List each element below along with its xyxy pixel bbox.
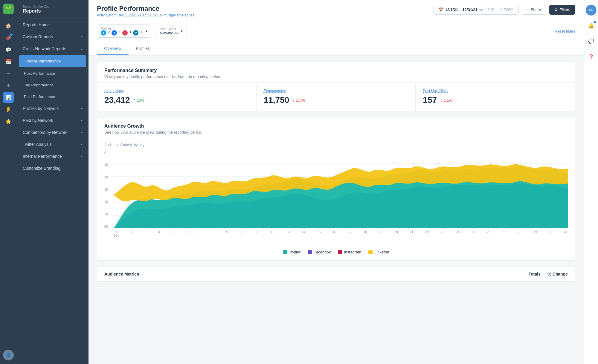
instagram-legend-color (338, 250, 342, 254)
publish-icon[interactable]: ✈ (3, 80, 14, 91)
sidebar-item-customize-branding[interactable]: Customize Branding (17, 162, 89, 174)
post-link-clicks-value: 157 ↘ 1.1% (423, 95, 568, 105)
facebook-profile-icon: f (112, 30, 117, 36)
calendar-icon[interactable]: 📅 (3, 56, 14, 67)
sidebar-item-paid-performance[interactable]: Paid Performance (17, 91, 89, 103)
chevron-down-icon: ▾ (81, 35, 83, 39)
instagram-profile-icon: i (122, 30, 128, 36)
legend-instagram: Instagram (338, 250, 361, 254)
sidebar-item-custom-reports[interactable]: Custom Reports ▾ (17, 31, 89, 43)
app-logo: 🌱 (3, 4, 14, 14)
chart-legend: Twitter Facebook Instagram LinkedIn (97, 246, 575, 260)
engagements-label[interactable]: Engagements (264, 89, 408, 93)
tabs-bar: Overview Profiles (97, 42, 575, 55)
perf-summary-header: Performance Summary View your key profil… (97, 62, 575, 82)
filters-button[interactable]: ⚙ Filters (549, 5, 575, 15)
audience-growth-card: Audience Growth See how your audience gr… (97, 117, 575, 261)
sidebar-item-twitter-analysis[interactable]: Twitter Analysis ▾ (17, 138, 89, 150)
title-block: Profile Performance Activity from Dec 1,… (97, 5, 195, 17)
header-actions: 📅 12/1/21 – 12/31/21 vs 11/1/21 – 11/30/… (434, 5, 575, 15)
chevron-down-icon: ▾ (81, 119, 83, 122)
filter-icon: ⚙ (554, 7, 558, 12)
linkedin-legend-color (368, 250, 373, 254)
alerts-badge (10, 33, 13, 36)
legend-facebook: Facebook (308, 250, 331, 254)
filters-row: Profiles t 2 f 1 i 1 in 1 ▾ Pos (97, 21, 575, 41)
right-panel: ✏ 🔔 💭 ❓ (584, 0, 598, 364)
tasks-icon[interactable]: ☰ (3, 68, 14, 79)
audience-metrics-card: Audience Metrics Totals % Change (97, 267, 575, 282)
post-link-clicks-metric: Post Link Clicks 157 ↘ 1.1% (416, 83, 575, 111)
sidebar-item-tag-performance[interactable]: Tag Performance (17, 79, 89, 91)
impressions-metric: Impressions 23,412 ↗ 10% (97, 83, 257, 111)
alerts-icon[interactable]: 📣 (3, 32, 14, 43)
impressions-label[interactable]: Impressions (104, 89, 249, 93)
performance-summary-card: Performance Summary View your key profil… (97, 62, 575, 111)
sidebar-header: Sprout Coffee Co. Reports (17, 0, 89, 19)
chevron-down-icon: ▾ (81, 143, 83, 146)
chevron-down-icon: ▾ (81, 155, 83, 158)
reports-icon[interactable]: 📊 (3, 92, 14, 103)
sidebar-item-cross-network[interactable]: Cross-Network Reports ▴ (17, 43, 89, 55)
sidebar: Sprout Coffee Co. Reports Reports Home C… (17, 0, 89, 364)
metrics-row: Impressions 23,412 ↗ 10% Engagements 11,… (97, 82, 575, 111)
share-icon: ↑ (527, 7, 529, 12)
sidebar-section-title: Reports (23, 8, 83, 14)
home-icon[interactable]: 🏠 (3, 20, 14, 31)
header-top: Profile Performance Activity from Dec 1,… (97, 5, 575, 17)
legend-linkedin: LinkedIn (368, 250, 389, 254)
sidebar-item-profiles-by-network[interactable]: Profiles by Network ▾ (17, 103, 89, 114)
chart-svg-wrap (113, 151, 568, 228)
chat-icon[interactable]: 💭 (586, 36, 597, 47)
post-types-filter[interactable]: Post Types Viewing All ▾ (156, 25, 187, 37)
engagements-metric: Engagements 11,750 ↘ 1.5% (257, 83, 416, 111)
y-axis: 60 50 40 30 20 10 0 (104, 151, 113, 228)
post-link-clicks-label[interactable]: Post Link Clicks (423, 89, 568, 93)
linkedin-profile-icon: in (133, 30, 138, 36)
main-content: Profile Performance Activity from Dec 1,… (89, 0, 584, 364)
audience-metrics-label: Audience Metrics (104, 272, 139, 276)
sidebar-item-paid-by-network[interactable]: Paid by Network ▾ (17, 114, 89, 126)
legend-twitter: Twitter (283, 250, 300, 254)
tab-overview[interactable]: Overview (97, 42, 129, 55)
sidebar-item-competitors-by-network[interactable]: Competitors by Network ▾ (17, 126, 89, 138)
page-subtitle: Activity from Dec 1, 2021 - Dec 31, 2021… (97, 13, 195, 17)
notification-badge (594, 21, 596, 23)
chart-y-label: Audience Gained, by day (104, 143, 568, 147)
sidebar-item-post-performance[interactable]: Post Performance (17, 68, 89, 79)
twitter-profile-icon: t (101, 30, 106, 36)
audience-subtitle: See how your audience grew during the re… (104, 130, 568, 134)
date-range-button[interactable]: 📅 12/1/21 – 12/31/21 vs 11/1/21 – 11/30/… (434, 5, 519, 15)
share-button[interactable]: ↑ Share (522, 5, 546, 15)
icon-rail: 🌱 🏠 📣 💬 📅 ☰ ✈ 📊 👂 ⭐ 👤 (0, 0, 17, 364)
sidebar-item-profile-performance[interactable]: Profile Performance (19, 55, 86, 67)
user-avatar[interactable]: 👤 (3, 350, 14, 360)
page-title: Profile Performance (97, 5, 195, 13)
x-axis: 1Dec 2 3 4 5 6 7 8 9 10 11 12 13 14 (113, 228, 568, 240)
content-area: Performance Summary View your key profil… (89, 56, 584, 294)
advocacy-icon[interactable]: ⭐ (3, 116, 14, 127)
messages-icon[interactable]: 💬 (3, 44, 14, 55)
chevron-up-icon: ▴ (81, 47, 83, 51)
reset-filters-button[interactable]: Reset filters (555, 29, 575, 33)
chevron-down-icon: ▾ (81, 107, 83, 110)
profile-network-icons: t 2 f 1 i 1 in 1 (101, 30, 143, 36)
profiles-chevron-icon: ▾ (145, 29, 147, 33)
chart-container: Audience Gained, by day 60 50 40 30 20 1… (97, 138, 575, 246)
audience-chart-svg (113, 151, 568, 228)
help-icon[interactable]: ❓ (586, 51, 597, 62)
sidebar-item-internal-performance[interactable]: Internal Performance ▾ (17, 150, 89, 162)
impressions-change: ↗ 10% (132, 98, 145, 103)
engagements-value: 11,750 ↘ 1.5% (264, 95, 408, 105)
profiles-filter[interactable]: Profiles t 2 f 1 i 1 in 1 ▾ (97, 25, 151, 38)
listening-icon[interactable]: 👂 (3, 104, 14, 115)
sidebar-item-reports-home[interactable]: Reports Home (17, 19, 89, 31)
facebook-legend-color (308, 250, 312, 254)
chevron-down-icon: ▾ (81, 131, 83, 134)
audience-title: Audience Growth (104, 123, 568, 129)
impressions-value: 23,412 ↗ 10% (104, 95, 249, 105)
tab-profiles[interactable]: Profiles (129, 42, 157, 55)
post-link-clicks-change: ↘ 1.1% (439, 98, 452, 103)
compose-button[interactable]: ✏ (586, 5, 597, 16)
company-name: Sprout Coffee Co. (23, 5, 83, 8)
